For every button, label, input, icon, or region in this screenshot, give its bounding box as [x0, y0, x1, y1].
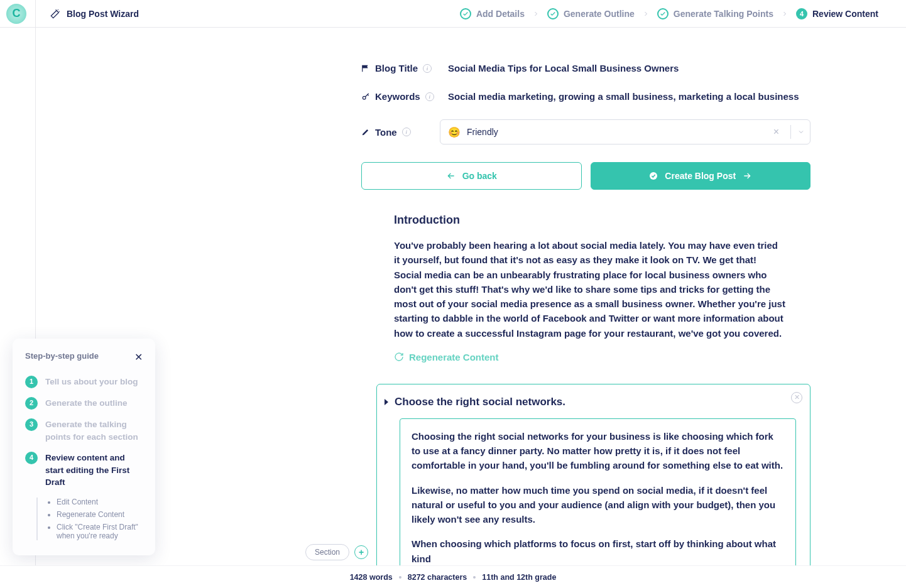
- refresh-icon: [394, 352, 404, 362]
- tone-select[interactable]: 😊 Friendly ×: [440, 119, 810, 144]
- add-section-button[interactable]: +: [354, 545, 368, 559]
- guide-step-label: Generate the outline: [45, 397, 128, 410]
- check-icon: [657, 8, 669, 19]
- tone-emoji: 😊: [448, 126, 461, 138]
- button-label: Go back: [462, 171, 497, 181]
- label-text: Blog Title: [375, 63, 418, 74]
- chevron-right-icon: [642, 10, 650, 18]
- guide-step-3[interactable]: 3 Generate the talking points for each s…: [25, 418, 143, 443]
- info-icon[interactable]: i: [423, 64, 432, 73]
- guide-substeps: Edit Content Regenerate Content Click "C…: [36, 498, 143, 540]
- guide-substep: Click "Create First Draft" when you're r…: [57, 523, 143, 540]
- section-body[interactable]: Choosing the right social networks for y…: [400, 418, 796, 577]
- keywords-label: Keywords i: [361, 91, 448, 102]
- step-label: Review Content: [812, 9, 878, 19]
- pen-icon: [361, 128, 370, 136]
- step-number-badge: 4: [796, 8, 807, 19]
- chevron-down-icon[interactable]: [790, 125, 805, 139]
- pill-label: Section: [315, 548, 340, 557]
- tone-value: Friendly: [467, 127, 762, 137]
- guide-step-label: Generate the talking points for each sec…: [45, 418, 143, 443]
- footer-stats: 1428 words 8272 characters 11th and 12th…: [0, 565, 906, 588]
- regenerate-content-button[interactable]: Regenerate Content: [394, 352, 810, 362]
- step-by-step-guide: Step-by-step guide ✕ 1 Tell us about you…: [13, 339, 155, 555]
- guide-step-label: Review content and start editing the Fir…: [45, 452, 143, 489]
- check-icon: [547, 8, 559, 19]
- label-text: Tone: [375, 127, 397, 138]
- section-paragraph: When choosing which platforms to focus o…: [412, 536, 784, 566]
- blog-title-value[interactable]: Social Media Tips for Local Small Busine…: [448, 63, 810, 74]
- introduction-text[interactable]: You've probably been hearing a lot about…: [394, 238, 810, 340]
- go-back-button[interactable]: Go back: [361, 162, 582, 190]
- step-review-content[interactable]: 4 Review Content: [796, 8, 878, 19]
- flag-icon: [361, 64, 370, 73]
- tone-label: Tone i: [361, 127, 440, 138]
- step-generate-outline[interactable]: Generate Outline: [547, 8, 635, 19]
- step-generate-talking-points[interactable]: Generate Talking Points: [657, 8, 773, 19]
- app-logo[interactable]: C: [6, 4, 26, 24]
- action-buttons: Go back Create Blog Post: [361, 162, 810, 190]
- section-paragraph: Choosing the right social networks for y…: [412, 429, 784, 473]
- logo-letter: C: [13, 7, 21, 20]
- step-badge: 1: [25, 376, 38, 388]
- tone-row: Tone i 😊 Friendly ×: [361, 119, 810, 144]
- guide-title: Step-by-step guide: [25, 351, 99, 361]
- wizard-steps: Add Details Generate Outline Generate Ta…: [460, 8, 906, 19]
- close-icon[interactable]: ✕: [134, 351, 143, 363]
- button-label: Create Blog Post: [665, 171, 736, 181]
- reading-grade: 11th and 12th grade: [482, 573, 556, 582]
- step-badge: 3: [25, 418, 38, 431]
- draft-content: Introduction You've probably been hearin…: [361, 214, 810, 588]
- step-badge: 4: [25, 452, 38, 464]
- section-paragraph: Likewise, no matter how much time you sp…: [412, 483, 784, 527]
- chevron-right-icon: [781, 10, 789, 18]
- guide-substep: Regenerate Content: [57, 510, 143, 519]
- char-count: 8272 characters: [408, 573, 467, 582]
- close-icon[interactable]: ✕: [791, 392, 802, 403]
- guide-substep: Edit Content: [57, 498, 143, 506]
- create-blog-post-button[interactable]: Create Blog Post: [591, 162, 811, 190]
- key-icon: [361, 92, 370, 101]
- chevron-right-icon: [532, 10, 540, 18]
- guide-step-2[interactable]: 2 Generate the outline: [25, 397, 143, 410]
- main-content: Blog Title i Social Media Tips for Local…: [361, 63, 810, 588]
- info-icon[interactable]: i: [402, 128, 411, 136]
- check-icon: [460, 8, 471, 19]
- header: C Blog Post Wizard Add Details Generate …: [0, 0, 906, 28]
- keywords-value[interactable]: Social media marketing, growing a small …: [448, 91, 810, 102]
- wizard-title: Blog Post Wizard: [50, 9, 139, 19]
- clear-icon[interactable]: ×: [768, 126, 784, 138]
- step-label: Generate Outline: [564, 9, 635, 19]
- dot-separator: [473, 576, 476, 579]
- section-title: Choose the right social networks.: [395, 396, 565, 408]
- guide-step-4[interactable]: 4 Review content and start editing the F…: [25, 452, 143, 489]
- section-pill[interactable]: Section: [305, 544, 349, 560]
- section-header[interactable]: Choose the right social networks.: [400, 396, 796, 408]
- step-label: Add Details: [476, 9, 525, 19]
- button-label: Regenerate Content: [409, 352, 499, 362]
- keywords-row: Keywords i Social media marketing, growi…: [361, 91, 810, 102]
- check-circle-icon: [648, 171, 658, 181]
- word-count: 1428 words: [350, 573, 393, 582]
- guide-step-label: Tell us about your blog: [45, 376, 138, 388]
- magic-wand-icon: [50, 9, 60, 19]
- arrow-left-icon: [446, 171, 456, 181]
- step-label: Generate Talking Points: [674, 9, 773, 19]
- step-add-details[interactable]: Add Details: [460, 8, 525, 19]
- dot-separator: [399, 576, 401, 579]
- info-icon[interactable]: i: [425, 92, 434, 101]
- arrow-right-icon: [742, 171, 752, 181]
- label-text: Keywords: [375, 91, 420, 102]
- introduction-heading: Introduction: [394, 214, 810, 227]
- blog-title-label: Blog Title i: [361, 63, 448, 74]
- caret-right-icon: [385, 399, 388, 405]
- guide-step-1[interactable]: 1 Tell us about your blog: [25, 376, 143, 388]
- add-section-controls: Section +: [305, 544, 368, 560]
- wizard-title-text: Blog Post Wizard: [67, 9, 139, 19]
- section-card: ✕ Choose the right social networks. Choo…: [376, 384, 810, 588]
- blog-title-row: Blog Title i Social Media Tips for Local…: [361, 63, 810, 74]
- svg-point-0: [363, 96, 366, 99]
- step-badge: 2: [25, 397, 38, 410]
